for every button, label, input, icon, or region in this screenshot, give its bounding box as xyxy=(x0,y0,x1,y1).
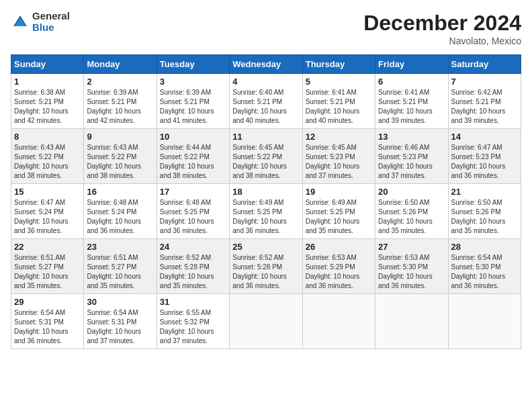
table-row: 18Sunrise: 6:49 AMSunset: 5:25 PMDayligh… xyxy=(230,184,302,239)
day-info: Sunrise: 6:46 AMSunset: 5:23 PMDaylight:… xyxy=(378,144,433,179)
day-info: Sunrise: 6:45 AMSunset: 5:22 PMDaylight:… xyxy=(232,144,287,179)
table-row: 17Sunrise: 6:48 AMSunset: 5:25 PMDayligh… xyxy=(157,184,229,239)
table-row xyxy=(448,294,521,349)
table-row: 5Sunrise: 6:41 AMSunset: 5:21 PMDaylight… xyxy=(302,74,375,129)
day-info: Sunrise: 6:43 AMSunset: 5:22 PMDaylight:… xyxy=(87,144,141,179)
calendar-row: 15Sunrise: 6:47 AMSunset: 5:24 PMDayligh… xyxy=(11,184,521,239)
day-number: 26 xyxy=(306,242,372,252)
day-info: Sunrise: 6:51 AMSunset: 5:27 PMDaylight:… xyxy=(14,254,69,289)
day-info: Sunrise: 6:53 AMSunset: 5:30 PMDaylight:… xyxy=(378,254,433,289)
table-row: 3Sunrise: 6:39 AMSunset: 5:21 PMDaylight… xyxy=(157,74,229,129)
day-info: Sunrise: 6:53 AMSunset: 5:29 PMDaylight:… xyxy=(306,254,360,289)
table-row: 14Sunrise: 6:47 AMSunset: 5:23 PMDayligh… xyxy=(448,129,521,184)
col-tuesday: Tuesday xyxy=(157,55,229,74)
table-row xyxy=(230,294,302,349)
day-info: Sunrise: 6:47 AMSunset: 5:23 PMDaylight:… xyxy=(451,144,506,179)
day-number: 12 xyxy=(306,132,372,142)
day-number: 22 xyxy=(14,242,81,252)
table-row: 16Sunrise: 6:48 AMSunset: 5:24 PMDayligh… xyxy=(84,184,157,239)
day-number: 19 xyxy=(306,187,372,197)
table-row: 29Sunrise: 6:54 AMSunset: 5:31 PMDayligh… xyxy=(11,294,84,349)
day-number: 15 xyxy=(14,187,81,197)
table-row: 27Sunrise: 6:53 AMSunset: 5:30 PMDayligh… xyxy=(375,239,448,294)
table-row: 11Sunrise: 6:45 AMSunset: 5:22 PMDayligh… xyxy=(230,129,302,184)
day-number: 25 xyxy=(232,242,299,252)
day-info: Sunrise: 6:48 AMSunset: 5:24 PMDaylight:… xyxy=(87,199,141,234)
day-info: Sunrise: 6:51 AMSunset: 5:27 PMDaylight:… xyxy=(87,254,141,289)
table-row: 10Sunrise: 6:44 AMSunset: 5:22 PMDayligh… xyxy=(157,129,229,184)
table-row: 6Sunrise: 6:41 AMSunset: 5:21 PMDaylight… xyxy=(375,74,448,129)
day-info: Sunrise: 6:39 AMSunset: 5:21 PMDaylight:… xyxy=(87,89,141,124)
table-row: 30Sunrise: 6:54 AMSunset: 5:31 PMDayligh… xyxy=(84,294,157,349)
page-header: General Blue December 2024 Navolato, Mex… xyxy=(11,11,521,46)
logo-icon xyxy=(11,13,30,32)
logo-blue: Blue xyxy=(32,22,70,34)
table-row: 22Sunrise: 6:51 AMSunset: 5:27 PMDayligh… xyxy=(11,239,84,294)
day-info: Sunrise: 6:52 AMSunset: 5:28 PMDaylight:… xyxy=(160,254,214,289)
day-number: 4 xyxy=(232,77,299,87)
day-info: Sunrise: 6:54 AMSunset: 5:31 PMDaylight:… xyxy=(14,309,69,345)
day-number: 21 xyxy=(451,187,518,197)
day-info: Sunrise: 6:38 AMSunset: 5:21 PMDaylight:… xyxy=(14,89,69,124)
table-row: 12Sunrise: 6:45 AMSunset: 5:23 PMDayligh… xyxy=(302,129,375,184)
day-number: 17 xyxy=(160,187,226,197)
day-info: Sunrise: 6:49 AMSunset: 5:25 PMDaylight:… xyxy=(232,199,287,234)
location: Navolato, Mexico xyxy=(363,36,521,46)
table-row: 7Sunrise: 6:42 AMSunset: 5:21 PMDaylight… xyxy=(448,74,521,129)
day-number: 16 xyxy=(87,187,153,197)
day-info: Sunrise: 6:41 AMSunset: 5:21 PMDaylight:… xyxy=(378,89,433,124)
day-number: 10 xyxy=(160,132,226,142)
day-info: Sunrise: 6:43 AMSunset: 5:22 PMDaylight:… xyxy=(14,144,69,179)
day-info: Sunrise: 6:44 AMSunset: 5:22 PMDaylight:… xyxy=(160,144,214,179)
day-info: Sunrise: 6:52 AMSunset: 5:28 PMDaylight:… xyxy=(232,254,287,289)
day-info: Sunrise: 6:54 AMSunset: 5:31 PMDaylight:… xyxy=(87,309,141,345)
table-row: 24Sunrise: 6:52 AMSunset: 5:28 PMDayligh… xyxy=(157,239,229,294)
day-number: 11 xyxy=(232,132,299,142)
table-row: 23Sunrise: 6:51 AMSunset: 5:27 PMDayligh… xyxy=(84,239,157,294)
logo-general: General xyxy=(32,11,70,22)
day-info: Sunrise: 6:50 AMSunset: 5:26 PMDaylight:… xyxy=(378,199,433,234)
day-number: 24 xyxy=(160,242,226,252)
day-number: 7 xyxy=(451,77,518,87)
day-number: 18 xyxy=(232,187,299,197)
day-info: Sunrise: 6:54 AMSunset: 5:30 PMDaylight:… xyxy=(451,254,506,289)
logo-text: General Blue xyxy=(32,11,70,33)
day-number: 31 xyxy=(160,297,226,307)
day-number: 8 xyxy=(14,132,81,142)
month-title: December 2024 xyxy=(363,11,521,36)
day-number: 28 xyxy=(451,242,518,252)
calendar-row: 22Sunrise: 6:51 AMSunset: 5:27 PMDayligh… xyxy=(11,239,521,294)
col-monday: Monday xyxy=(84,55,157,74)
table-row: 20Sunrise: 6:50 AMSunset: 5:26 PMDayligh… xyxy=(375,184,448,239)
day-info: Sunrise: 6:48 AMSunset: 5:25 PMDaylight:… xyxy=(160,199,214,234)
day-info: Sunrise: 6:47 AMSunset: 5:24 PMDaylight:… xyxy=(14,199,69,234)
table-row: 2Sunrise: 6:39 AMSunset: 5:21 PMDaylight… xyxy=(84,74,157,129)
day-number: 5 xyxy=(306,77,372,87)
day-info: Sunrise: 6:40 AMSunset: 5:21 PMDaylight:… xyxy=(232,89,287,124)
table-row: 4Sunrise: 6:40 AMSunset: 5:21 PMDaylight… xyxy=(230,74,302,129)
day-info: Sunrise: 6:45 AMSunset: 5:23 PMDaylight:… xyxy=(306,144,360,179)
day-number: 20 xyxy=(378,187,445,197)
table-row: 13Sunrise: 6:46 AMSunset: 5:23 PMDayligh… xyxy=(375,129,448,184)
day-number: 3 xyxy=(160,77,226,87)
logo: General Blue xyxy=(11,11,70,33)
day-number: 29 xyxy=(14,297,81,307)
day-info: Sunrise: 6:49 AMSunset: 5:25 PMDaylight:… xyxy=(306,199,360,234)
table-row: 19Sunrise: 6:49 AMSunset: 5:25 PMDayligh… xyxy=(302,184,375,239)
day-number: 1 xyxy=(14,77,81,87)
day-number: 23 xyxy=(87,242,153,252)
table-row: 25Sunrise: 6:52 AMSunset: 5:28 PMDayligh… xyxy=(230,239,302,294)
calendar-row: 1Sunrise: 6:38 AMSunset: 5:21 PMDaylight… xyxy=(11,74,521,129)
day-info: Sunrise: 6:42 AMSunset: 5:21 PMDaylight:… xyxy=(451,89,506,124)
calendar-table: Sunday Monday Tuesday Wednesday Thursday… xyxy=(11,54,521,349)
col-friday: Friday xyxy=(375,55,448,74)
day-number: 27 xyxy=(378,242,445,252)
day-info: Sunrise: 6:50 AMSunset: 5:26 PMDaylight:… xyxy=(451,199,506,234)
day-info: Sunrise: 6:41 AMSunset: 5:21 PMDaylight:… xyxy=(306,89,360,124)
table-row: 9Sunrise: 6:43 AMSunset: 5:22 PMDaylight… xyxy=(84,129,157,184)
col-thursday: Thursday xyxy=(302,55,375,74)
table-row: 26Sunrise: 6:53 AMSunset: 5:29 PMDayligh… xyxy=(302,239,375,294)
col-wednesday: Wednesday xyxy=(230,55,302,74)
col-sunday: Sunday xyxy=(11,55,84,74)
day-number: 13 xyxy=(378,132,445,142)
